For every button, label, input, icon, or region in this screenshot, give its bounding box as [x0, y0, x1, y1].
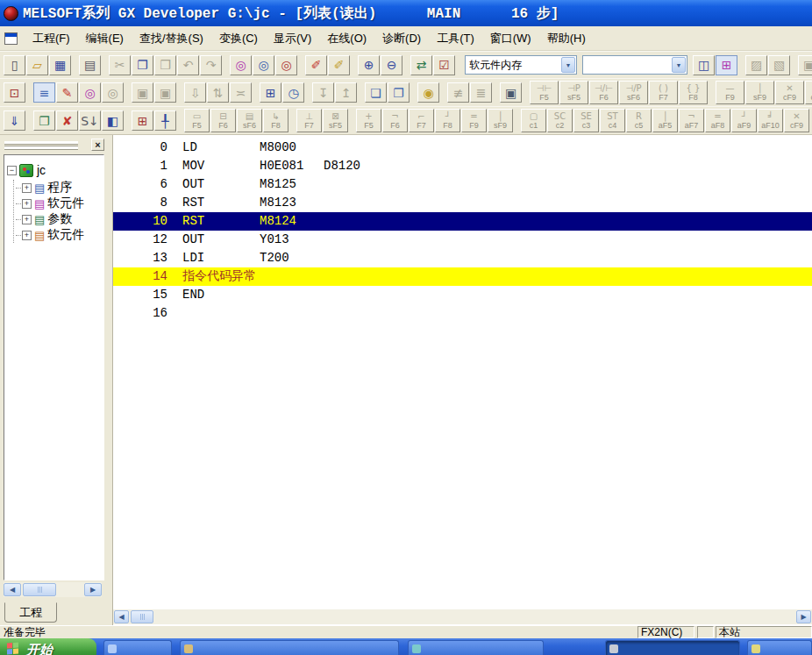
rule-box-lines-button[interactable]: ▤sF6 [237, 109, 262, 132]
scroll-right-icon[interactable]: ▶ [84, 583, 102, 596]
taskbar-button-active[interactable] [605, 640, 740, 655]
instruction-row[interactable]: 8 RST M8123 [113, 194, 812, 212]
mdi-child-window-icon[interactable] [4, 32, 18, 45]
contact-rise-button[interactable]: ⊣PsF5 [559, 81, 588, 104]
new-project-button[interactable]: ▯ [4, 55, 25, 75]
save-project-button[interactable]: ▦ [49, 55, 71, 75]
step-stop-button[interactable]: ↥ [335, 82, 357, 103]
instruction-row[interactable]: 6 OUT M8125 [113, 175, 812, 194]
data-list-window-button[interactable]: ≡ [33, 82, 55, 103]
expand-icon[interactable]: + [22, 183, 32, 193]
doc-find-button[interactable]: ◫ [693, 55, 715, 75]
menu-item[interactable]: 工具(T) [429, 27, 482, 50]
tree-item[interactable]: + ▤ 软元件 [16, 196, 103, 211]
sfc-double-button[interactable]: =aF8 [705, 109, 730, 132]
device-value-combo[interactable]: ▼ [582, 55, 687, 75]
wire-vertical-button[interactable]: │sF9 [488, 109, 513, 132]
convert-program-button[interactable]: ⇓ [4, 110, 25, 131]
start-button[interactable]: 开始 [0, 638, 96, 655]
line-write-button[interactable]: ✐ [305, 55, 327, 75]
wire-corner-tl-button[interactable]: ¬F6 [382, 109, 408, 132]
zoom-out-button[interactable]: ⊖ [381, 55, 402, 75]
sfc-vline-button[interactable]: │aF5 [652, 109, 678, 132]
tab-project[interactable]: 工程 [4, 602, 57, 623]
forced-output-button[interactable]: ≣ [470, 82, 492, 103]
instruction-row[interactable]: 13 LDI T200 [113, 249, 812, 267]
instruction-row[interactable]: 16 [113, 304, 812, 323]
copy-button[interactable]: ❐ [132, 55, 153, 75]
horizontal-line-button[interactable]: —F9 [716, 81, 744, 104]
error-jump-button[interactable]: ✘ [56, 110, 78, 131]
instruction-row[interactable]: 15 END [113, 286, 812, 304]
chevron-down-icon[interactable]: ▼ [561, 57, 575, 73]
menu-item[interactable]: 显示(V) [266, 27, 319, 50]
entry-monitor-button[interactable]: ◷ [282, 82, 304, 103]
menu-item[interactable]: 在线(O) [319, 27, 374, 50]
comment-display-button[interactable]: ▨ [745, 55, 767, 75]
find-check-button[interactable]: ☑ [433, 55, 455, 75]
monitor-mode-button[interactable]: ⇅ [207, 82, 229, 103]
scroll-right-icon[interactable]: ▶ [796, 610, 811, 623]
expand-icon[interactable]: + [22, 199, 32, 209]
collapse-icon[interactable]: − [7, 166, 17, 175]
rule-jump-button[interactable]: ↳F8 [263, 109, 288, 132]
expand-icon[interactable]: + [22, 215, 32, 224]
print-button[interactable]: ▤ [79, 55, 101, 75]
sfc-sc-step-button[interactable]: SCc2 [547, 109, 573, 132]
open-window-button[interactable]: ❏ [365, 82, 387, 103]
undo-button[interactable]: ↶ [177, 55, 199, 75]
contact-fall-button[interactable]: ⊣/PsF6 [619, 81, 648, 104]
write-plc-button[interactable]: ⇩ [184, 82, 206, 103]
project-data-list-button[interactable]: ⊞ [716, 55, 737, 75]
menu-item[interactable]: 帮助(H) [539, 27, 594, 50]
taskbar-button[interactable] [747, 640, 812, 655]
instruction-row[interactable]: 10 RST M8124 [113, 212, 812, 231]
wire-corner-tr-button[interactable]: ⌐F7 [409, 109, 434, 132]
monitor-stop-button[interactable]: ▣ [154, 82, 176, 103]
instruction-row[interactable]: 0 LD M8000 [113, 139, 812, 157]
taskbar-button[interactable] [103, 640, 172, 655]
sfc-step-box-button[interactable]: ▢c1 [521, 109, 546, 132]
title-bar[interactable]: MELSOFT系列 GX Developer G:\jc - [列表(读出) M… [0, 0, 812, 26]
rule-crossbox-button[interactable]: ⊠sF5 [323, 109, 348, 132]
sfc-corner-tl-button[interactable]: ¬aF7 [679, 109, 704, 132]
scroll-left-icon[interactable]: ◀ [114, 610, 129, 623]
scrollbar-thumb[interactable] [23, 583, 56, 596]
device-find-button[interactable]: ◎ [230, 55, 252, 75]
menu-item[interactable]: 工程(F) [25, 27, 78, 50]
sfc-reset-step-button[interactable]: Rc5 [626, 109, 652, 132]
tree-hscrollbar[interactable]: ◀ ▶ [4, 582, 102, 597]
statement-display-button[interactable]: ▧ [768, 55, 790, 75]
tree-item[interactable]: + ▤ 程序 [16, 180, 103, 196]
expand-icon[interactable]: + [22, 231, 32, 240]
menu-item[interactable]: 查找/替换(S) [132, 27, 211, 50]
instruction-row[interactable]: 12 OUT Y013 [113, 231, 812, 249]
project-tree[interactable]: − jc + ▤ 程序 [4, 154, 104, 580]
sfc-double-end-button[interactable]: ╛aF10 [758, 109, 783, 132]
taskbar-button[interactable] [408, 640, 544, 655]
sfc-corner-br-button[interactable]: ┘aF9 [731, 109, 757, 132]
verify-plc-button[interactable]: ≍ [230, 82, 252, 103]
monitor-write-button[interactable]: ▣ [132, 82, 153, 103]
sort-steps-button[interactable]: S↓ [79, 110, 101, 131]
window-copy-button[interactable]: ❐ [33, 110, 55, 131]
rule-box-button[interactable]: ▭F5 [184, 109, 210, 132]
taskbar-button[interactable] [180, 640, 399, 655]
edit-ladder-button[interactable]: ✎ [56, 82, 78, 103]
buffer-monitor-button[interactable]: ▣ [500, 82, 522, 103]
redo-button[interactable]: ↷ [200, 55, 222, 75]
sfc-st-step-button[interactable]: STc4 [600, 109, 625, 132]
delete-hline-button[interactable]: ✕cF9 [775, 81, 804, 104]
monitor-search-button[interactable]: ◎ [102, 82, 124, 103]
split-window-button[interactable]: ◧ [102, 110, 124, 131]
menu-item[interactable]: 诊断(D) [374, 27, 429, 50]
application-instruction-button[interactable]: { }F8 [679, 81, 708, 104]
menu-item[interactable]: 窗口(W) [482, 27, 539, 50]
scrollbar-thumb[interactable] [131, 610, 153, 623]
tree-item[interactable]: + ▤ 参数 [16, 211, 103, 227]
delete-vline-button[interactable]: ✳cF10 [805, 81, 812, 104]
coil-button[interactable]: ( )F7 [649, 81, 678, 104]
tile-window-button[interactable]: ❐ [388, 82, 410, 103]
string-find-button[interactable]: ◎ [275, 55, 297, 75]
contact-nc-button[interactable]: ⊣/⊢F6 [589, 81, 618, 104]
